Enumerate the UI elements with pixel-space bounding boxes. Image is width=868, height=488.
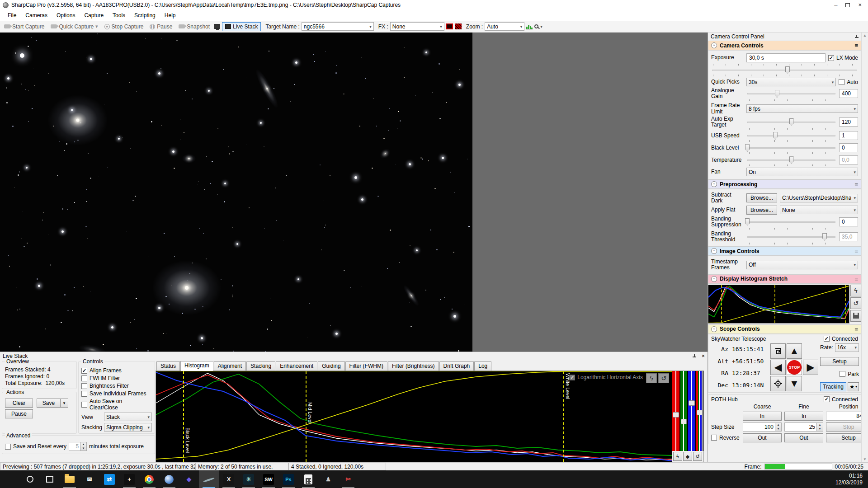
align-frames-checkbox[interactable]: ✓Align Frames — [81, 367, 152, 374]
close-button[interactable]: × — [858, 2, 862, 8]
tab-stacking[interactable]: Stacking — [246, 361, 275, 371]
tab-drift-graph[interactable]: Drift Graph — [439, 361, 474, 371]
image-controls-header[interactable]: ^Image Controls≡ — [708, 246, 861, 256]
scope-setup-button[interactable]: Setup — [820, 357, 859, 366]
auto-exp-target-slider[interactable] — [746, 117, 836, 127]
selection-clear-icon[interactable] — [455, 23, 462, 29]
collapse-icon[interactable]: ^ — [711, 248, 717, 254]
goto-target-button[interactable] — [770, 376, 786, 391]
spiral-search-button[interactable] — [770, 343, 786, 359]
log-axis-checkbox[interactable]: ✓Logarithmic Horizontal Axis — [569, 374, 643, 380]
poth-connected-checkbox[interactable]: ✓Connected — [824, 396, 858, 403]
slew-up-button[interactable]: ▲ — [787, 343, 802, 359]
reset-levels-icon[interactable]: ↺ — [693, 452, 702, 461]
banding-threshold-slider[interactable] — [746, 232, 836, 241]
taskbar-dark-figure-app[interactable]: ♟ — [318, 470, 338, 488]
timestamp-frames-combo[interactable]: Off▾ — [746, 261, 858, 269]
usb-speed-input[interactable]: 1 — [839, 131, 858, 140]
collapse-icon[interactable]: ^ — [711, 181, 717, 187]
apply-flat-browse-button[interactable]: Browse... — [746, 206, 777, 215]
red-level-slider[interactable] — [672, 371, 679, 451]
tab-status[interactable]: Status — [156, 361, 180, 371]
menu-cameras[interactable]: Cameras — [21, 11, 52, 20]
auto-exp-target-input[interactable]: 120 — [839, 117, 858, 127]
menu-file[interactable]: File — [4, 11, 20, 20]
white-level-line[interactable]: White Level — [563, 371, 564, 462]
taskbar-cortana-search[interactable] — [20, 470, 40, 488]
taskbar-blue-orb-app[interactable] — [159, 470, 179, 488]
taskbar-guiding-app[interactable]: ✄ — [338, 470, 358, 488]
tab-filter-fwhm[interactable]: Filter (FWHM) — [345, 361, 387, 371]
menu-icon[interactable]: ≡ — [854, 42, 858, 49]
star-rate-button[interactable]: ★▾ — [848, 382, 859, 391]
taskbar-sw-app[interactable]: SW — [259, 470, 278, 488]
taskbar-x-app[interactable]: X — [219, 470, 239, 488]
menu-icon[interactable]: ≡ — [854, 181, 858, 188]
coarse-in-button[interactable]: In — [743, 412, 782, 421]
taskbar-sharpcap[interactable] — [199, 470, 219, 488]
quick-picks-combo[interactable]: 30s▾ — [746, 78, 836, 86]
target-name-combo[interactable]: ngc5566▾ — [302, 22, 374, 31]
tracking-button[interactable]: Tracking — [820, 382, 846, 391]
banding-suppression-slider[interactable] — [746, 217, 836, 226]
fx-combo[interactable]: None▾ — [390, 22, 444, 31]
taskbar-start-button[interactable] — [0, 470, 20, 488]
taskbar-gem-app[interactable]: ◆ — [179, 470, 199, 488]
fine-out-button[interactable]: Out — [784, 433, 823, 442]
menu-capture[interactable]: Capture — [80, 11, 108, 20]
brightness-filter-checkbox[interactable]: Brightness Filter — [81, 383, 152, 389]
save-reset-checkbox[interactable] — [5, 444, 11, 450]
preprocessing-header[interactable]: ^Preprocessing≡ — [708, 179, 861, 189]
temperature-slider[interactable] — [746, 155, 836, 164]
taskbar-teamviewer[interactable]: ⇄ — [99, 470, 119, 488]
auto-stretch-icon[interactable]: ϟ — [850, 285, 861, 296]
camera-controls-header[interactable]: ^Camera Controls≡ — [708, 41, 861, 50]
histogram-stretch-header[interactable]: ^Display Histogram Stretch≡ — [708, 274, 861, 284]
slew-down-button[interactable]: ▼ — [787, 376, 802, 391]
usb-speed-slider[interactable] — [746, 131, 836, 140]
reset-stretch-icon[interactable]: ↺ — [850, 297, 861, 309]
menu-help[interactable]: Help — [160, 11, 180, 20]
green-level-slider[interactable] — [680, 371, 688, 451]
taskbar-photoshop[interactable]: Ps — [278, 470, 298, 488]
minimize-button[interactable]: – — [834, 2, 837, 8]
magnifier-icon[interactable] — [534, 24, 538, 28]
clear-button[interactable]: Clear — [5, 399, 33, 408]
quick-capture-button[interactable]: Quick Capture▾ — [48, 23, 100, 31]
taskbar-plus-app[interactable]: + — [119, 470, 139, 488]
chevron-down-icon[interactable]: ▼ — [60, 399, 68, 408]
exposure-slider[interactable] — [711, 66, 858, 75]
taskbar-chrome-browser[interactable] — [139, 470, 159, 488]
park-checkbox[interactable]: Park — [820, 371, 859, 377]
view-combo[interactable]: Stack▾ — [104, 413, 152, 421]
subtract-dark-browse-button[interactable]: Browse... — [746, 193, 777, 202]
menu-icon[interactable]: ≡ — [854, 276, 858, 282]
taskbar-astro-chart-app[interactable]: ✳ — [239, 470, 259, 488]
menu-icon[interactable]: ≡ — [854, 248, 858, 254]
scope-connected-checkbox[interactable]: ✓Connected — [824, 336, 858, 342]
stop-slew-button[interactable]: STOP — [787, 360, 802, 375]
frame-rate-combo[interactable]: 8 fps▾ — [746, 104, 858, 113]
save-individual-frames-checkbox[interactable]: Save Individual Frames — [81, 390, 152, 397]
histogram-toggle-icon[interactable] — [526, 24, 533, 29]
fine-in-button[interactable]: In — [784, 412, 823, 421]
auto-stretch-icon[interactable]: ϟ — [646, 373, 657, 383]
pin-icon[interactable] — [854, 35, 859, 39]
maximize-button[interactable] — [845, 3, 850, 7]
pin-icon[interactable] — [692, 354, 696, 358]
mini-histogram[interactable] — [708, 285, 849, 324]
start-capture-button[interactable]: Start Capture — [2, 23, 47, 31]
tab-enhancement[interactable]: Enhancement — [276, 361, 317, 371]
stop-capture-button[interactable]: ■Stop Capture — [102, 23, 146, 31]
collapse-icon[interactable]: ^ — [711, 42, 717, 48]
chevron-down-icon[interactable]: ▾ — [540, 24, 542, 29]
slew-right-button[interactable]: ▶ — [803, 360, 818, 375]
menu-tools[interactable]: Tools — [108, 11, 129, 20]
all-level-slider[interactable] — [696, 371, 703, 451]
rate-combo[interactable]: 16x▾ — [835, 343, 859, 352]
panel-scrollbar[interactable]: ▲▼ — [861, 33, 868, 462]
gain-input[interactable]: 400 — [839, 89, 858, 98]
zoom-combo[interactable]: Auto▾ — [485, 22, 524, 31]
tab-log[interactable]: Log — [474, 361, 491, 371]
menu-scripting[interactable]: Scripting — [130, 11, 160, 20]
